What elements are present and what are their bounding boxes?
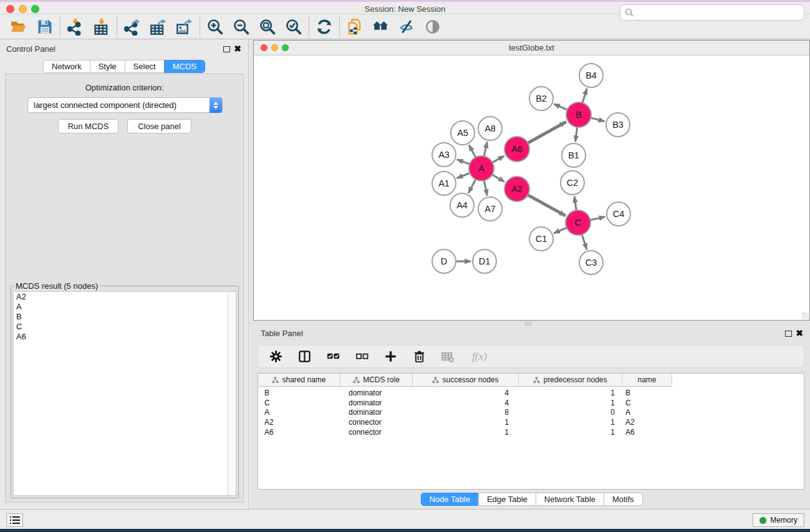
mcds-result-item[interactable]: C: [14, 322, 236, 332]
column-header-predecessor-nodes[interactable]: predecessor nodes: [519, 374, 622, 387]
float-table-panel-icon[interactable]: [785, 331, 792, 337]
add-column-button[interactable]: [383, 349, 398, 364]
search-input[interactable]: [620, 4, 804, 21]
delete-table-button[interactable]: [440, 349, 455, 364]
run-mcds-button[interactable]: Run MCDS: [58, 119, 118, 133]
table-cell[interactable]: A: [264, 407, 340, 417]
tab-select[interactable]: Select: [125, 60, 165, 73]
import-network-button[interactable]: [66, 17, 85, 36]
table-cell[interactable]: connector: [349, 417, 413, 427]
eye-button[interactable]: [424, 17, 443, 36]
float-panel-icon[interactable]: [223, 46, 230, 52]
tab-node-table[interactable]: Node Table: [420, 493, 479, 506]
zoom-selected-button[interactable]: [284, 17, 303, 36]
split-panel-button[interactable]: [297, 349, 312, 364]
close-table-panel-icon[interactable]: ✖: [796, 328, 803, 338]
close-panel-button[interactable]: Close panel: [127, 119, 191, 133]
network-node-A4[interactable]: A4: [450, 193, 474, 217]
save-session-button[interactable]: [36, 17, 54, 36]
network-node-C2[interactable]: C2: [561, 171, 584, 195]
tab-motifs[interactable]: Motifs: [604, 493, 643, 506]
mcds-result-item[interactable]: A6: [14, 332, 236, 342]
memory-button[interactable]: Memory: [753, 513, 804, 527]
network-node-A6[interactable]: A6: [504, 137, 529, 162]
network-node-A[interactable]: A: [469, 156, 494, 181]
table-cell[interactable]: connector: [349, 427, 413, 437]
zoom-fit-button[interactable]: [258, 17, 277, 36]
table-cell[interactable]: C: [625, 398, 672, 408]
tab-mcds[interactable]: MCDS: [164, 60, 205, 73]
network-node-A3[interactable]: A3: [432, 143, 456, 167]
task-history-button[interactable]: [6, 513, 23, 527]
column-header-name[interactable]: name: [622, 374, 672, 387]
export-image-button[interactable]: [175, 17, 194, 36]
network-node-C1[interactable]: C1: [529, 227, 553, 251]
network-node-B1[interactable]: B1: [562, 143, 586, 167]
export-table-button[interactable]: [149, 17, 168, 36]
open-folder-button[interactable]: [9, 17, 28, 36]
import-table-button[interactable]: [92, 17, 111, 36]
settings-gear-button[interactable]: [268, 349, 283, 364]
network-node-B4[interactable]: B4: [579, 64, 603, 87]
mcds-result-item[interactable]: B: [14, 312, 236, 322]
mcds-result-item[interactable]: A2: [14, 292, 236, 302]
table-cell[interactable]: 4: [413, 388, 509, 398]
table-cell[interactable]: dominator: [349, 398, 413, 408]
zoom-in-button[interactable]: [206, 17, 224, 36]
function-button[interactable]: f(x): [469, 349, 490, 364]
table-cell[interactable]: A2: [625, 417, 672, 427]
table-cell[interactable]: 0: [519, 407, 615, 417]
table-cell[interactable]: A6: [264, 427, 340, 437]
table-cell[interactable]: 1: [519, 398, 615, 408]
close-panel-icon[interactable]: ✖: [234, 44, 241, 54]
table-cell[interactable]: 1: [519, 388, 615, 398]
table-cell[interactable]: dominator: [349, 407, 413, 417]
table-cell[interactable]: A: [625, 407, 672, 417]
network-node-A1[interactable]: A1: [432, 172, 456, 195]
network-node-C3[interactable]: C3: [579, 251, 603, 274]
resize-grip-icon[interactable]: [802, 312, 809, 319]
refresh-button[interactable]: [315, 17, 334, 36]
home-button[interactable]: [372, 17, 390, 36]
network-node-B3[interactable]: B3: [606, 113, 630, 137]
network-canvas[interactable]: B4B2BB3A5A8A6B1A3AA1C2A2A4A7CC4C1C3DD1: [254, 56, 809, 320]
network-node-D1[interactable]: D1: [473, 249, 496, 273]
table-cell[interactable]: 1: [413, 417, 509, 427]
tab-network-table[interactable]: Network Table: [536, 493, 604, 506]
column-header-successor-nodes[interactable]: successor nodes: [413, 374, 519, 387]
hide-graphics-button[interactable]: [398, 17, 417, 36]
duplicate-network-button[interactable]: [345, 17, 364, 36]
network-node-B2[interactable]: B2: [529, 87, 553, 110]
network-node-A8[interactable]: A8: [478, 117, 502, 140]
scrollbar-track[interactable]: [228, 292, 236, 495]
network-node-A7[interactable]: A7: [478, 197, 502, 221]
table-cell[interactable]: dominator: [349, 388, 413, 398]
table-cell[interactable]: B: [264, 388, 340, 398]
mcds-result-item[interactable]: A: [14, 302, 236, 312]
column-header-MCDS-role[interactable]: MCDS role: [340, 374, 413, 387]
table-cell[interactable]: B: [625, 388, 672, 398]
network-node-C4[interactable]: C4: [607, 202, 630, 226]
table-cell[interactable]: 8: [413, 407, 509, 417]
delete-button[interactable]: [412, 349, 427, 364]
tab-network[interactable]: Network: [43, 60, 90, 73]
table-cell[interactable]: 1: [413, 427, 509, 437]
network-node-D[interactable]: D: [432, 249, 456, 273]
table-cell[interactable]: A6: [625, 427, 672, 437]
table-cell[interactable]: 1: [519, 427, 615, 437]
tab-style[interactable]: Style: [90, 60, 125, 73]
deselect-all-button[interactable]: [354, 349, 369, 364]
table-cell[interactable]: 1: [519, 417, 615, 427]
network-node-C[interactable]: C: [566, 210, 591, 235]
table-cell[interactable]: A2: [264, 417, 340, 427]
column-header-shared-name[interactable]: shared name: [258, 374, 340, 387]
table-cell[interactable]: C: [264, 398, 340, 408]
table-cell[interactable]: 4: [413, 398, 509, 408]
network-node-B[interactable]: B: [566, 102, 591, 127]
select-all-button[interactable]: [325, 349, 340, 364]
optimization-select[interactable]: largest connected component (directed): [27, 97, 223, 113]
network-node-A2[interactable]: A2: [504, 177, 529, 201]
export-network-button[interactable]: [123, 17, 142, 36]
network-node-A5[interactable]: A5: [451, 121, 475, 145]
zoom-out-button[interactable]: [232, 17, 251, 36]
